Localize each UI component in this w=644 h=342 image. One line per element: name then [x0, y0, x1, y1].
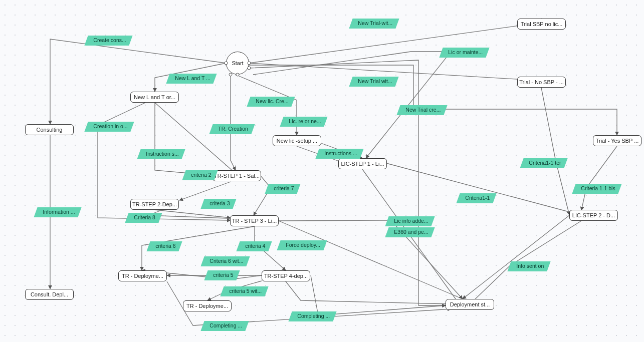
edge-label-criteria-3: criteria 3 — [200, 199, 237, 209]
edge-label-e360-and-pe: E360 and pe... — [385, 227, 435, 237]
node-label: Consulting — [37, 127, 63, 133]
node-tr-deployme-b[interactable]: TR - Deployme... — [183, 300, 232, 311]
start-node[interactable]: Start — [226, 52, 249, 75]
node-tr-step-1[interactable]: TR-STEP 1 - Sal... — [212, 170, 261, 181]
connection-port[interactable] — [225, 62, 228, 65]
edge-label-lic-re-or-ne: Lic. re or ne... — [280, 117, 327, 127]
node-label: TR-STEP 2-Dep... — [132, 201, 177, 207]
edge-label-new-trial-wit2: New Trial-wit... — [349, 19, 399, 29]
node-label: TR-STEP 4-dep... — [264, 273, 308, 279]
node-new-l-and-t[interactable]: New L and T or... — [130, 92, 179, 103]
connection-port[interactable] — [248, 62, 251, 65]
edge — [179, 182, 231, 200]
node-tr-step-2[interactable]: TR-STEP 2-Dep... — [130, 199, 179, 210]
node-label: New L and T or... — [134, 94, 175, 100]
edge-label-lic-or-mainte: Lic or mainte... — [439, 48, 489, 58]
edge — [155, 210, 231, 218]
start-label: Start — [232, 60, 243, 66]
edge-label-criteria-4: criteria 4 — [236, 241, 272, 251]
edge-label-crit-1-1-ter: Criteria1-1 ter — [520, 158, 567, 168]
node-lic-step-1[interactable]: LIC-STEP 1 - Li... — [338, 158, 387, 169]
edge-label-new-l-and-t: New L and T ... — [166, 74, 217, 84]
edge-label-creation-in-o: Creation in o... — [84, 122, 134, 132]
edge-label-criteria-8: Criteria 8 — [125, 213, 162, 223]
node-label: New lic -setup ... — [277, 138, 317, 144]
edge-label-instructions: Instructions ... — [315, 149, 364, 159]
edge — [311, 275, 446, 315]
connection-port[interactable] — [236, 73, 240, 77]
edge-label-criteria-1-1: Criteria1-1 — [456, 193, 496, 203]
node-label: Trial - Yes SBP ... — [596, 138, 639, 144]
edge-label-instruction-s: Instruction s... — [137, 149, 185, 159]
edge — [386, 163, 576, 214]
node-new-lic-setup[interactable]: New lic -setup ... — [273, 135, 321, 146]
node-label: Consult. Depl... — [31, 291, 68, 297]
node-consulting[interactable]: Consulting — [25, 124, 74, 135]
node-label: LIC-STEP 2 - D... — [572, 212, 615, 218]
edge-label-tr-creation: TR. Creation — [209, 124, 255, 134]
edge — [279, 221, 470, 302]
edge-label-criteria-6-wit: Criteria 6 wit... — [200, 256, 250, 266]
node-trial-no-sbp[interactable]: Trial - No SBP - ... — [517, 77, 566, 88]
edge-label-info-sent-on: Info sent on — [507, 261, 550, 271]
node-lic-step-2[interactable]: LIC-STEP 2 - D... — [569, 210, 618, 221]
node-label: LIC-STEP 1 - Li... — [341, 161, 384, 167]
node-label: TR - STEP 3 - Li... — [232, 218, 277, 224]
edge-label-criteria-5-wit: criteria 5 wit... — [220, 286, 268, 296]
node-tr-deployme-a[interactable]: TR - Deployme... — [118, 270, 167, 281]
edge — [155, 103, 237, 174]
node-label: TR-STEP 1 - Sal... — [214, 173, 260, 179]
node-label: Trial SBP no lic... — [521, 21, 563, 27]
node-label: Trial - No SBP - ... — [519, 79, 564, 85]
edge-layer — [0, 0, 644, 342]
node-consult-depl[interactable]: Consult. Depl... — [25, 289, 74, 300]
edge-label-criteria-5: criteria 5 — [204, 270, 240, 280]
edge — [155, 103, 212, 175]
edge-label-criteria-7: criteria 7 — [265, 184, 301, 194]
edge-label-completing: Completing ... — [288, 311, 336, 321]
edge — [541, 88, 569, 215]
node-label: Deployment st... — [450, 301, 490, 307]
edge — [254, 176, 271, 215]
edge-label-criteria-2: criteria 2 — [182, 170, 218, 180]
edge-label-criteria-6: criteria 6 — [146, 241, 182, 251]
edge-label-force-deploy: Force deploy... — [277, 240, 327, 250]
edge-label-information: Information ... — [34, 207, 81, 217]
edge-label-lic-info-adde: Lic info adde... — [385, 216, 435, 226]
node-deployment-st[interactable]: Deployment st... — [446, 299, 494, 310]
connection-port[interactable] — [248, 67, 251, 70]
edge-label-create-cons: Create cons... — [84, 36, 133, 46]
edge-label-completing-2: Completing ... — [200, 321, 249, 331]
node-tr-step-4[interactable]: TR-STEP 4-dep... — [262, 270, 310, 281]
connection-port[interactable] — [229, 73, 233, 77]
edge-label-new-lic-cre: New lic. Cre... — [247, 97, 295, 107]
node-label: TR - Deployme... — [122, 273, 163, 279]
edge — [581, 146, 617, 210]
edge-label-new-trial-wit: New Trial wit... — [349, 77, 399, 87]
node-trial-sbp-no-lic[interactable]: Trial SBP no lic... — [517, 19, 566, 30]
node-trial-yes-sbp[interactable]: Trial - Yes SBP ... — [593, 135, 641, 146]
edge-label-crit-1-1-bis: Criteria 1-1 bis — [572, 184, 622, 194]
edge-label-new-trial-cre: New Trial cre... — [396, 105, 447, 115]
edge — [231, 75, 236, 170]
node-tr-step-3[interactable]: TR - STEP 3 - Li... — [230, 215, 279, 226]
node-label: TR - Deployme... — [186, 303, 228, 309]
edge — [463, 215, 569, 299]
edge — [286, 281, 471, 304]
